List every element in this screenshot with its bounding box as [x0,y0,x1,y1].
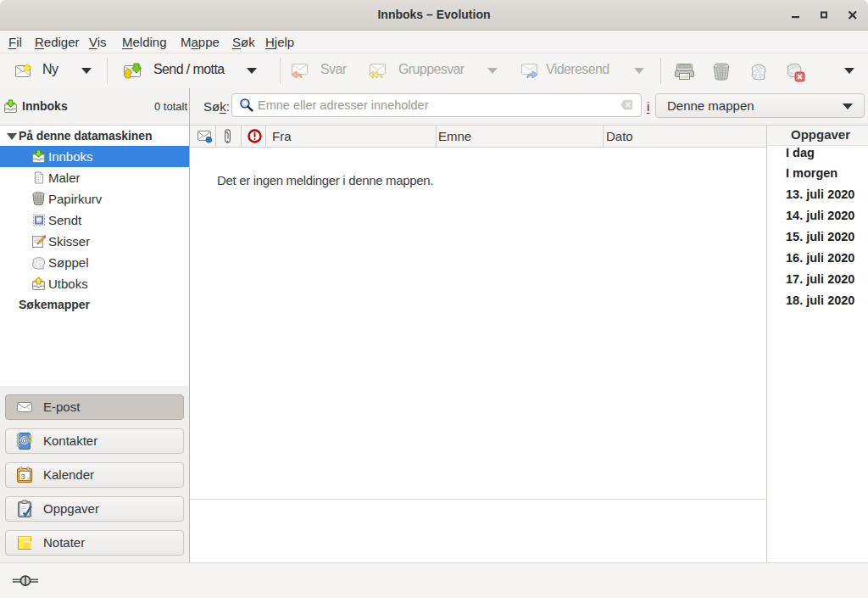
svg-text:3: 3 [20,472,25,481]
svg-text:@: @ [20,435,29,444]
